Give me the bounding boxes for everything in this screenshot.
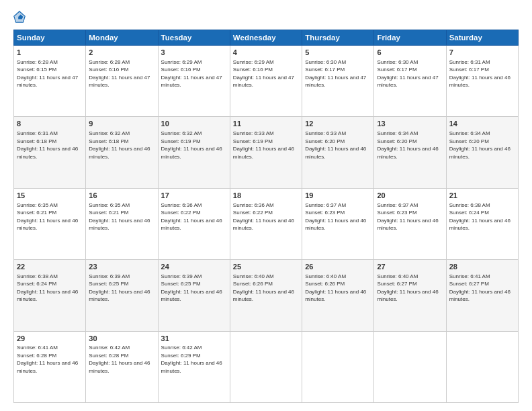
day-number: 30 <box>89 334 154 344</box>
calendar-cell: 21Sunrise: 6:38 AMSunset: 6:24 PMDayligh… <box>446 188 518 259</box>
day-info: Sunrise: 6:33 AMSunset: 6:19 PMDaylight:… <box>233 130 294 159</box>
logo-icon <box>13 11 26 23</box>
calendar-cell: 12Sunrise: 6:33 AMSunset: 6:20 PMDayligh… <box>302 117 374 188</box>
day-info: Sunrise: 6:31 AMSunset: 6:18 PMDaylight:… <box>17 130 78 159</box>
calendar-day-header: Sunday <box>14 30 86 46</box>
day-number: 22 <box>17 262 83 272</box>
day-number: 18 <box>233 191 299 201</box>
day-info: Sunrise: 6:30 AMSunset: 6:17 PMDaylight:… <box>377 59 438 88</box>
day-info: Sunrise: 6:42 AMSunset: 6:28 PMDaylight:… <box>89 345 150 373</box>
logo <box>13 11 31 23</box>
calendar-cell: 23Sunrise: 6:39 AMSunset: 6:25 PMDayligh… <box>86 260 158 331</box>
calendar-cell: 22Sunrise: 6:38 AMSunset: 6:24 PMDayligh… <box>14 260 86 331</box>
calendar-cell <box>374 331 446 402</box>
day-number: 13 <box>377 119 443 129</box>
calendar-cell: 24Sunrise: 6:39 AMSunset: 6:25 PMDayligh… <box>158 260 230 331</box>
calendar-cell <box>302 331 374 402</box>
calendar-cell <box>446 331 518 402</box>
day-number: 10 <box>161 119 227 129</box>
calendar-cell: 4Sunrise: 6:29 AMSunset: 6:16 PMDaylight… <box>230 46 302 117</box>
calendar-cell: 10Sunrise: 6:32 AMSunset: 6:19 PMDayligh… <box>158 117 230 188</box>
day-info: Sunrise: 6:37 AMSunset: 6:23 PMDaylight:… <box>377 202 438 231</box>
calendar-cell: 26Sunrise: 6:40 AMSunset: 6:26 PMDayligh… <box>302 260 374 331</box>
calendar: SundayMondayTuesdayWednesdayThursdayFrid… <box>13 30 519 403</box>
calendar-cell: 5Sunrise: 6:30 AMSunset: 6:17 PMDaylight… <box>302 46 374 117</box>
day-number: 12 <box>305 119 371 129</box>
calendar-day-header: Monday <box>86 30 158 46</box>
calendar-cell: 3Sunrise: 6:29 AMSunset: 6:16 PMDaylight… <box>158 46 230 117</box>
calendar-cell: 15Sunrise: 6:35 AMSunset: 6:21 PMDayligh… <box>14 188 86 259</box>
day-info: Sunrise: 6:35 AMSunset: 6:21 PMDaylight:… <box>89 202 150 231</box>
day-info: Sunrise: 6:29 AMSunset: 6:16 PMDaylight:… <box>233 59 294 88</box>
day-info: Sunrise: 6:39 AMSunset: 6:25 PMDaylight:… <box>161 273 222 302</box>
day-info: Sunrise: 6:40 AMSunset: 6:27 PMDaylight:… <box>377 273 438 302</box>
calendar-day-header: Friday <box>374 30 446 46</box>
calendar-day-header: Tuesday <box>158 30 230 46</box>
day-info: Sunrise: 6:35 AMSunset: 6:21 PMDaylight:… <box>17 202 78 231</box>
day-info: Sunrise: 6:31 AMSunset: 6:17 PMDaylight:… <box>449 59 511 88</box>
day-number: 17 <box>161 191 227 201</box>
calendar-cell: 16Sunrise: 6:35 AMSunset: 6:21 PMDayligh… <box>86 188 158 259</box>
day-info: Sunrise: 6:40 AMSunset: 6:26 PMDaylight:… <box>305 273 366 302</box>
calendar-cell: 28Sunrise: 6:41 AMSunset: 6:27 PMDayligh… <box>446 260 518 331</box>
day-number: 29 <box>17 334 83 344</box>
day-number: 16 <box>89 191 154 201</box>
calendar-week-row: 29Sunrise: 6:41 AMSunset: 6:28 PMDayligh… <box>14 331 519 402</box>
calendar-week-row: 1Sunrise: 6:28 AMSunset: 6:15 PMDaylight… <box>14 46 519 117</box>
day-number: 28 <box>449 262 515 272</box>
day-info: Sunrise: 6:41 AMSunset: 6:27 PMDaylight:… <box>449 273 511 302</box>
day-info: Sunrise: 6:42 AMSunset: 6:29 PMDaylight:… <box>161 345 222 373</box>
calendar-cell <box>230 331 302 402</box>
day-number: 9 <box>89 119 154 129</box>
day-number: 27 <box>377 262 443 272</box>
calendar-week-row: 8Sunrise: 6:31 AMSunset: 6:18 PMDaylight… <box>14 117 519 188</box>
calendar-cell: 19Sunrise: 6:37 AMSunset: 6:23 PMDayligh… <box>302 188 374 259</box>
day-number: 19 <box>305 191 371 201</box>
day-info: Sunrise: 6:36 AMSunset: 6:22 PMDaylight:… <box>233 202 294 231</box>
day-number: 25 <box>233 262 299 272</box>
calendar-cell: 14Sunrise: 6:34 AMSunset: 6:20 PMDayligh… <box>446 117 518 188</box>
day-info: Sunrise: 6:39 AMSunset: 6:25 PMDaylight:… <box>89 273 150 302</box>
page: SundayMondayTuesdayWednesdayThursdayFrid… <box>0 0 532 411</box>
day-number: 15 <box>17 191 83 201</box>
header <box>13 11 519 23</box>
day-number: 14 <box>449 119 515 129</box>
calendar-header-row: SundayMondayTuesdayWednesdayThursdayFrid… <box>14 30 519 46</box>
day-info: Sunrise: 6:32 AMSunset: 6:19 PMDaylight:… <box>161 130 222 159</box>
day-number: 4 <box>233 48 299 58</box>
day-info: Sunrise: 6:33 AMSunset: 6:20 PMDaylight:… <box>305 130 366 159</box>
day-number: 11 <box>233 119 299 129</box>
calendar-cell: 30Sunrise: 6:42 AMSunset: 6:28 PMDayligh… <box>86 331 158 402</box>
day-info: Sunrise: 6:36 AMSunset: 6:22 PMDaylight:… <box>161 202 222 231</box>
calendar-week-row: 22Sunrise: 6:38 AMSunset: 6:24 PMDayligh… <box>14 260 519 331</box>
calendar-cell: 13Sunrise: 6:34 AMSunset: 6:20 PMDayligh… <box>374 117 446 188</box>
day-number: 2 <box>89 48 154 58</box>
day-number: 24 <box>161 262 227 272</box>
day-info: Sunrise: 6:34 AMSunset: 6:20 PMDaylight:… <box>377 130 438 159</box>
calendar-week-row: 15Sunrise: 6:35 AMSunset: 6:21 PMDayligh… <box>14 188 519 259</box>
day-number: 7 <box>449 48 515 58</box>
day-number: 3 <box>161 48 227 58</box>
day-info: Sunrise: 6:40 AMSunset: 6:26 PMDaylight:… <box>233 273 294 302</box>
day-number: 21 <box>449 191 515 201</box>
day-info: Sunrise: 6:32 AMSunset: 6:18 PMDaylight:… <box>89 130 150 159</box>
day-number: 20 <box>377 191 443 201</box>
day-number: 31 <box>161 334 227 344</box>
calendar-cell: 29Sunrise: 6:41 AMSunset: 6:28 PMDayligh… <box>14 331 86 402</box>
day-info: Sunrise: 6:38 AMSunset: 6:24 PMDaylight:… <box>449 202 511 231</box>
calendar-cell: 20Sunrise: 6:37 AMSunset: 6:23 PMDayligh… <box>374 188 446 259</box>
calendar-day-header: Thursday <box>302 30 374 46</box>
calendar-cell: 27Sunrise: 6:40 AMSunset: 6:27 PMDayligh… <box>374 260 446 331</box>
calendar-cell: 31Sunrise: 6:42 AMSunset: 6:29 PMDayligh… <box>158 331 230 402</box>
calendar-day-header: Wednesday <box>230 30 302 46</box>
calendar-cell: 7Sunrise: 6:31 AMSunset: 6:17 PMDaylight… <box>446 46 518 117</box>
calendar-cell: 25Sunrise: 6:40 AMSunset: 6:26 PMDayligh… <box>230 260 302 331</box>
day-info: Sunrise: 6:34 AMSunset: 6:20 PMDaylight:… <box>449 130 511 159</box>
calendar-cell: 17Sunrise: 6:36 AMSunset: 6:22 PMDayligh… <box>158 188 230 259</box>
day-number: 1 <box>17 48 83 58</box>
calendar-cell: 11Sunrise: 6:33 AMSunset: 6:19 PMDayligh… <box>230 117 302 188</box>
day-info: Sunrise: 6:29 AMSunset: 6:16 PMDaylight:… <box>161 59 222 88</box>
day-info: Sunrise: 6:38 AMSunset: 6:24 PMDaylight:… <box>17 273 78 302</box>
day-info: Sunrise: 6:41 AMSunset: 6:28 PMDaylight:… <box>17 345 78 373</box>
calendar-cell: 9Sunrise: 6:32 AMSunset: 6:18 PMDaylight… <box>86 117 158 188</box>
